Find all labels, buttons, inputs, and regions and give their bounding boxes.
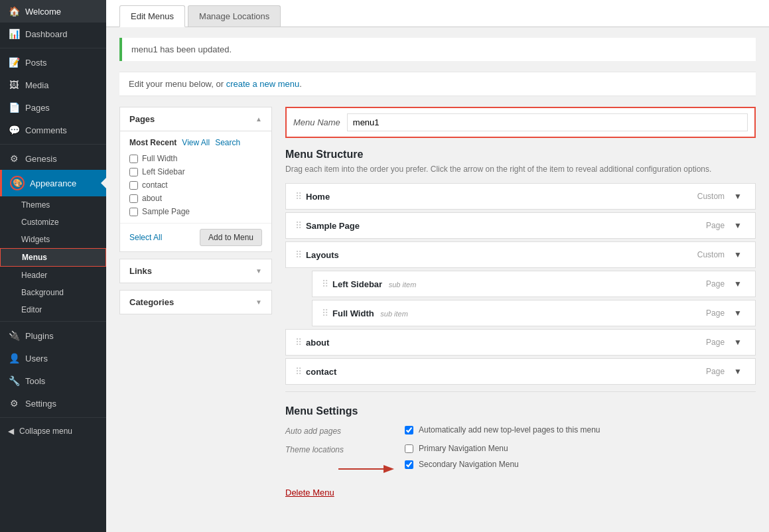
users-icon: 👤	[8, 353, 20, 364]
menu-item-left-sidebar-label: Left Sidebar sub item	[332, 279, 416, 289]
sidebar-item-settings[interactable]: ⚙ Settings	[0, 392, 106, 415]
sidebar-item-dashboard-label: Dashboard	[25, 29, 68, 39]
menu-item-about-toggle[interactable]: ▼	[730, 336, 746, 348]
sidebar-sub-themes[interactable]: Themes	[0, 196, 106, 214]
sidebar-sub-header[interactable]: Header	[0, 267, 106, 284]
red-arrow-annotation	[338, 460, 398, 478]
secondary-nav-check-row[interactable]: Secondary Navigation Menu	[405, 460, 756, 469]
drag-handle[interactable]: ⠿	[295, 337, 302, 348]
comments-icon: 💬	[8, 125, 20, 135]
primary-nav-checkbox[interactable]	[405, 444, 413, 453]
page-checkbox-left-sidebar[interactable]	[129, 168, 138, 176]
appearance-icon: 🎨	[10, 176, 25, 190]
sidebar-item-plugins-label: Plugins	[25, 331, 54, 341]
menu-structure-desc: Drag each item into the order you prefer…	[285, 165, 756, 174]
page-checkbox-sample-page[interactable]	[129, 208, 138, 216]
sidebar-item-plugins[interactable]: 🔌 Plugins	[0, 324, 106, 347]
select-all-link[interactable]: Select All	[129, 233, 162, 242]
edit-desc: Edit your menu below, or create a new me…	[119, 72, 756, 96]
auto-add-check-label: Automatically add new top-level pages to…	[419, 425, 600, 434]
menu-item-sample-page-toggle[interactable]: ▼	[730, 220, 746, 232]
theme-locations-label: Theme locations	[285, 444, 391, 454]
sidebar-sub-background[interactable]: Background	[0, 284, 106, 301]
sidebar-item-genesis-label: Genesis	[25, 154, 57, 164]
drag-handle[interactable]: ⠿	[295, 191, 302, 202]
secondary-nav-annotation: Secondary Navigation Menu	[405, 460, 756, 469]
page-item-about[interactable]: about	[129, 194, 262, 203]
sidebar-sub-menus[interactable]: Menus	[0, 248, 106, 267]
auto-add-checkbox[interactable]	[405, 426, 413, 434]
drag-handle[interactable]: ⠿	[295, 220, 302, 231]
two-col-layout: Pages ▲ Most Recent View All S	[119, 107, 756, 498]
sidebar-sub-widgets[interactable]: Widgets	[0, 231, 106, 248]
primary-nav-check-row[interactable]: Primary Navigation Menu	[405, 444, 756, 453]
tools-icon: 🔧	[8, 375, 20, 386]
sidebar-item-appearance[interactable]: 🎨 Appearance	[0, 170, 106, 196]
menu-name-input[interactable]	[347, 113, 748, 131]
sidebar-item-welcome[interactable]: 🏠 Welcome	[0, 0, 106, 23]
drag-handle[interactable]: ⠿	[322, 308, 328, 318]
menu-item-home: ⠿ Home Custom ▼	[285, 183, 756, 210]
tab-manage-locations[interactable]: Manage Locations	[188, 5, 281, 27]
settings-icon: ⚙	[8, 398, 20, 409]
primary-nav-label: Primary Navigation Menu	[419, 444, 508, 453]
menu-item-contact-toggle[interactable]: ▼	[730, 366, 746, 377]
tab-edit-menus[interactable]: Edit Menus	[119, 5, 185, 27]
auto-add-label: Auto add pages	[285, 425, 391, 436]
menu-item-layouts-toggle[interactable]: ▼	[730, 249, 746, 261]
sidebar-item-comments[interactable]: 💬 Comments	[0, 119, 106, 141]
categories-title: Categories	[129, 297, 174, 307]
settings-row-auto-add: Auto add pages Automatically add new top…	[285, 425, 756, 436]
sidebar-item-tools[interactable]: 🔧 Tools	[0, 369, 106, 392]
sidebar-item-media[interactable]: 🖼 Media	[0, 74, 106, 96]
menu-item-about-label: about	[306, 338, 329, 348]
full-width-sub-label: sub item	[380, 310, 408, 318]
create-new-menu-link[interactable]: create a new menu	[226, 79, 300, 89]
menu-item-sample-page-type: Page	[706, 221, 725, 230]
page-checkbox-about[interactable]	[129, 194, 138, 203]
pages-accordion-header[interactable]: Pages ▲	[120, 107, 271, 131]
pages-accordion: Pages ▲ Most Recent View All S	[119, 107, 272, 252]
menu-item-full-width-toggle[interactable]: ▼	[730, 307, 746, 319]
drag-handle[interactable]: ⠿	[295, 366, 302, 377]
sidebar-item-posts[interactable]: 📝 Posts	[0, 51, 106, 74]
secondary-nav-checkbox[interactable]	[405, 460, 413, 469]
collapse-menu[interactable]: ◀ Collapse menu	[0, 421, 106, 442]
page-item-contact[interactable]: contact	[129, 180, 262, 190]
drag-handle[interactable]: ⠿	[295, 249, 302, 260]
sidebar-item-tools-label: Tools	[25, 376, 45, 386]
page-checkbox-contact[interactable]	[129, 181, 138, 190]
menu-items-list: ⠿ Home Custom ▼ ⠿ Sample Page	[285, 183, 756, 385]
sidebar-item-users-label: Users	[25, 354, 48, 364]
page-item-full-width[interactable]: Full Width	[129, 154, 262, 163]
delete-menu-link[interactable]: Delete Menu	[285, 488, 334, 498]
page-item-sample-page[interactable]: Sample Page	[129, 207, 262, 216]
links-accordion-header[interactable]: Links ▼	[120, 259, 271, 283]
auto-add-check-row[interactable]: Automatically add new top-level pages to…	[405, 425, 756, 434]
links-chevron-icon: ▼	[255, 267, 262, 275]
sidebar-sub-customize[interactable]: Customize	[0, 214, 106, 231]
sidebar-item-genesis[interactable]: ⚙ Genesis	[0, 147, 106, 170]
pages-chevron-icon: ▲	[255, 115, 262, 123]
page-checkbox-full-width[interactable]	[129, 155, 138, 163]
appearance-submenu: Themes Customize Widgets Menus Header Ba…	[0, 196, 106, 318]
sidebar-item-dashboard[interactable]: 📊 Dashboard	[0, 23, 106, 45]
menu-item-left-sidebar-toggle[interactable]: ▼	[730, 278, 746, 290]
sidebar-item-users[interactable]: 👤 Users	[0, 347, 106, 369]
menu-item-left-sidebar-type: Page	[706, 279, 725, 289]
page-item-left-sidebar[interactable]: Left Sidebar	[129, 167, 262, 176]
notice-text: menu1 has been updated.	[131, 44, 232, 54]
add-to-menu-button[interactable]: Add to Menu	[200, 229, 262, 246]
drag-handle[interactable]: ⠿	[322, 279, 328, 289]
filter-tab-search[interactable]: Search	[215, 138, 240, 147]
sidebar-sub-editor[interactable]: Editor	[0, 301, 106, 318]
filter-tab-most-recent[interactable]: Most Recent	[129, 138, 176, 147]
pages-accordion-title: Pages	[129, 114, 155, 124]
filter-tab-view-all[interactable]: View All	[182, 138, 210, 147]
pages-accordion-footer: Select All Add to Menu	[120, 223, 271, 251]
menu-item-home-toggle[interactable]: ▼	[730, 190, 746, 202]
links-title: Links	[129, 266, 152, 276]
sidebar-item-pages[interactable]: 📄 Pages	[0, 96, 106, 119]
categories-accordion-header[interactable]: Categories ▼	[120, 291, 271, 314]
edit-desc-text: Edit your menu below, or	[129, 79, 224, 89]
